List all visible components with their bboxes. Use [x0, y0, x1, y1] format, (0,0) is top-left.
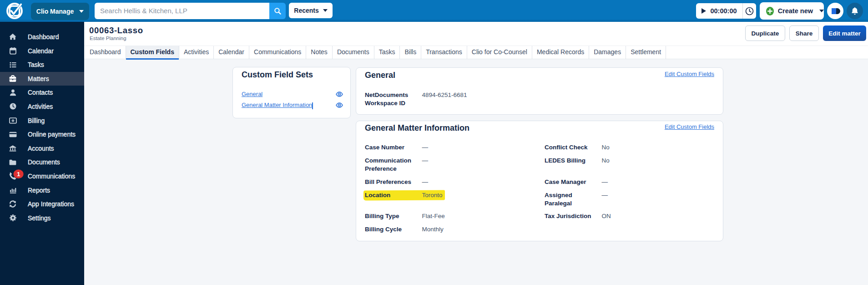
svg-text:1: 1	[17, 171, 20, 178]
